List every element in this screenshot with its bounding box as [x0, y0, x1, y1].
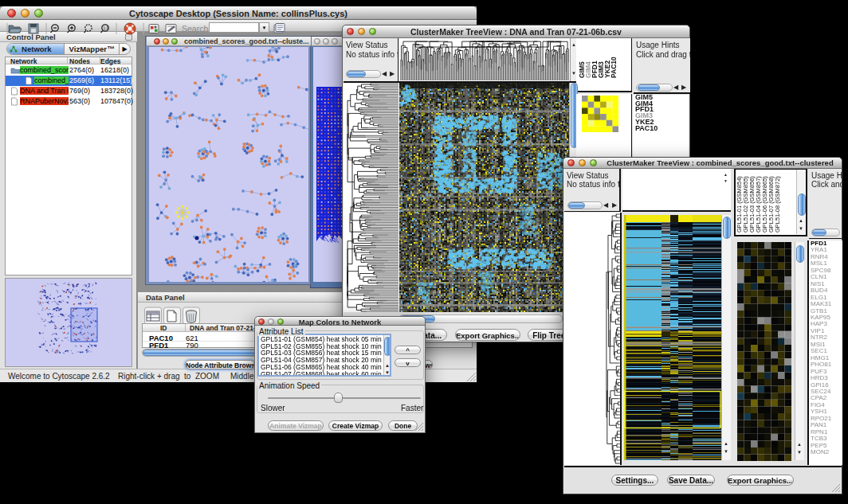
svg-text:1:1: 1:1: [104, 26, 109, 30]
